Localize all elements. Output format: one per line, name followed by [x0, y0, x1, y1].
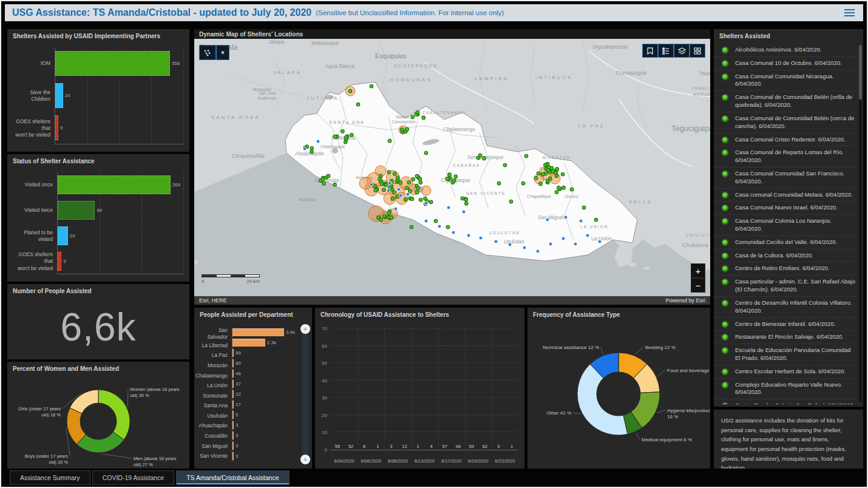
- scroll-down-button[interactable]: ≡: [300, 455, 310, 464]
- shelter-marker[interactable]: [310, 151, 314, 154]
- shelter-marker[interactable]: [411, 115, 415, 119]
- shelter-list-item[interactable]: Centro Escolar Herbert de Sola. 6/04/202…: [714, 365, 857, 379]
- shelter-marker[interactable]: [503, 163, 507, 167]
- shelter-marker-blue[interactable]: [452, 231, 455, 234]
- chart-scrollbar[interactable]: ≡ ≡: [302, 326, 309, 463]
- shelter-marker-blue[interactable]: [479, 236, 483, 240]
- shelter-marker[interactable]: [557, 186, 561, 189]
- shelter-marker[interactable]: [393, 172, 396, 175]
- donut-slice[interactable]: [98, 390, 130, 440]
- tab-ts-amanda-cristobal-assistance[interactable]: TS Amanda/Cristobal Assistance: [176, 470, 289, 485]
- shelter-marker[interactable]: [464, 198, 468, 202]
- donut-slice[interactable]: [70, 390, 98, 413]
- shelter-marker[interactable]: [555, 168, 559, 171]
- shelter-marker[interactable]: [541, 172, 544, 176]
- shelter-marker[interactable]: [405, 186, 409, 189]
- bar-la-uni-n[interactable]: [232, 380, 234, 387]
- shelter-marker[interactable]: [410, 225, 413, 229]
- bar-usulut-n[interactable]: [232, 411, 234, 418]
- shelter-marker-blue[interactable]: [388, 181, 392, 185]
- shelter-marker[interactable]: [390, 215, 393, 219]
- shelter-list-item[interactable]: Casa Comunal Nuevo Israel. 6/04/2020.: [714, 202, 857, 215]
- bar-goes-shelters-that-won-t-be-vi[interactable]: [55, 115, 58, 140]
- shelter-list-item[interactable]: Casa de la Cultura. 6/04/2020.: [714, 249, 857, 263]
- shelter-list-item[interactable]: Comunidad Cecilio del Valle. 6/04/2020.: [714, 236, 857, 249]
- legend-icon[interactable]: [658, 44, 674, 58]
- shelter-marker[interactable]: [310, 146, 314, 150]
- shelter-marker-blue[interactable]: [462, 210, 466, 214]
- shelter-marker[interactable]: [350, 133, 354, 137]
- shelter-marker-blue[interactable]: [447, 206, 450, 209]
- shelter-marker[interactable]: [419, 198, 422, 202]
- shelter-marker[interactable]: [422, 116, 426, 120]
- shelter-marker[interactable]: [404, 198, 407, 202]
- shelter-marker-blue[interactable]: [561, 237, 565, 240]
- hamburger-menu-icon[interactable]: [843, 6, 856, 19]
- tab-covid-19-assistance[interactable]: COVID-19 Assistance: [92, 470, 175, 485]
- shelter-marker-blue[interactable]: [397, 188, 401, 191]
- shelter-marker[interactable]: [387, 211, 391, 215]
- shelter-marker[interactable]: [348, 89, 352, 93]
- shelter-marker[interactable]: [546, 180, 549, 183]
- cluster-halo[interactable]: [359, 177, 371, 189]
- shelter-marker[interactable]: [412, 178, 415, 181]
- shelter-marker[interactable]: [497, 181, 501, 185]
- shelter-marker[interactable]: [400, 128, 404, 132]
- shelter-list-item[interactable]: Casa Comunal de Reparto Lomas del Río. 6…: [714, 146, 857, 168]
- tab-assistance-summary[interactable]: Assistance Summary: [10, 470, 90, 485]
- shelter-marker[interactable]: [393, 191, 396, 194]
- shelter-marker-blue[interactable]: [523, 246, 526, 249]
- shelter-marker[interactable]: [380, 182, 384, 186]
- map[interactable]: GuatemalaJalapaMotepequeEsquipulasAgua B…: [194, 39, 710, 296]
- shelter-marker[interactable]: [410, 197, 414, 201]
- bar-la-libertad[interactable]: [232, 339, 265, 346]
- bar-planed-to-be-visited[interactable]: [58, 226, 68, 245]
- shelter-marker-blue[interactable]: [586, 234, 589, 237]
- shelter-marker[interactable]: [374, 189, 378, 192]
- map-dropdown-caret-button[interactable]: ▼: [216, 45, 229, 60]
- shelter-marker[interactable]: [524, 154, 528, 158]
- bar-iom[interactable]: [55, 51, 170, 75]
- shelter-marker[interactable]: [418, 177, 422, 181]
- shelter-list-item[interactable]: Casa Comunal de Comunidad Belén (orilla …: [714, 91, 857, 112]
- bar-visited-once[interactable]: [58, 175, 171, 194]
- shelter-marker[interactable]: [448, 173, 452, 177]
- bar-san-vicente[interactable]: [232, 452, 234, 459]
- shelter-marker[interactable]: [521, 181, 525, 185]
- shelter-marker-blue[interactable]: [394, 207, 398, 211]
- shelter-marker-blue[interactable]: [546, 218, 549, 222]
- shelter-marker-blue[interactable]: [579, 219, 583, 223]
- shelter-marker[interactable]: [454, 175, 458, 178]
- shelter-marker[interactable]: [555, 191, 558, 194]
- shelter-marker[interactable]: [537, 172, 540, 175]
- shelter-marker[interactable]: [424, 151, 428, 155]
- shelter-marker[interactable]: [429, 200, 433, 204]
- shelter-marker[interactable]: [415, 174, 419, 178]
- bar-chalatenango[interactable]: [232, 370, 234, 377]
- shelter-marker[interactable]: [379, 174, 382, 178]
- shelter-marker[interactable]: [446, 177, 449, 180]
- shelter-marker[interactable]: [333, 183, 337, 186]
- shelter-list-item[interactable]: Casa Comunal de Comunidad Belén (cerca d…: [714, 112, 857, 134]
- shelter-marker[interactable]: [465, 202, 469, 206]
- shelter-marker[interactable]: [416, 110, 419, 114]
- shelter-marker-blue[interactable]: [549, 242, 552, 246]
- shelter-marker[interactable]: [391, 197, 395, 201]
- shelter-marker[interactable]: [509, 200, 513, 203]
- bar-san-salvador[interactable]: [232, 328, 284, 336]
- shelter-marker[interactable]: [478, 154, 482, 157]
- shelter-marker[interactable]: [382, 214, 386, 218]
- shelter-marker[interactable]: [388, 139, 392, 143]
- shelter-marker-blue[interactable]: [536, 249, 540, 253]
- shelter-marker[interactable]: [554, 171, 558, 175]
- shelter-marker[interactable]: [405, 127, 409, 131]
- shelter-marker[interactable]: [384, 183, 388, 186]
- shelter-list-item[interactable]: Casa particular - admin. C.E. San Rafael…: [714, 276, 857, 297]
- shelter-list-item[interactable]: Casa Comunal Cristo Redentor. 6/04/2020.: [714, 134, 857, 147]
- shelter-marker[interactable]: [356, 103, 360, 106]
- shelter-list-item[interactable]: Centro de Desarrollo Infantil Colonia Vi…: [714, 297, 857, 318]
- shelter-list-item[interactable]: Escuela de Educación Parvularia Comunida…: [714, 344, 857, 365]
- shelter-marker[interactable]: [327, 174, 330, 178]
- shelter-marker[interactable]: [446, 225, 450, 229]
- bar-la-paz[interactable]: [232, 349, 234, 356]
